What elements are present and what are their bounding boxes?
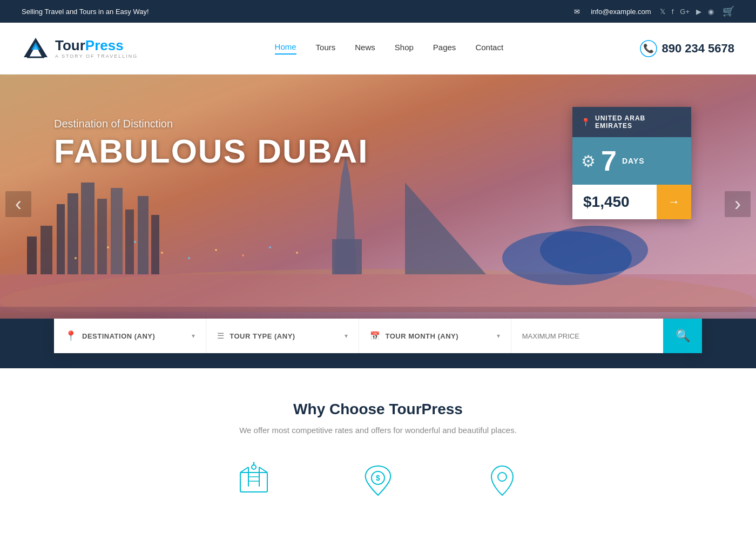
price-amount: $1,450	[572, 185, 657, 219]
nav-contact[interactable]: Contact	[475, 43, 503, 54]
tour-info-card: 📍 UNITED ARAB EMIRATES ⚙ 7 DAYS $1,450 →	[572, 107, 691, 219]
svg-text:$: $	[376, 474, 380, 482]
top-bar: Selling Travel and Tours in an Easy Way!…	[0, 0, 756, 23]
tour-days: ⚙ 7 DAYS	[572, 137, 691, 185]
facebook-icon[interactable]: f	[672, 8, 674, 16]
money-icon: $	[359, 462, 397, 500]
gear-icon: ⚙	[581, 152, 596, 171]
email-address[interactable]: info@example.com	[591, 8, 651, 16]
hero-section: Destination of Distinction FABULOUS DUBA…	[0, 75, 756, 334]
svg-point-27	[215, 249, 217, 251]
email-icon: ✉	[574, 8, 580, 16]
svg-rect-14	[125, 210, 134, 274]
map-icon-circle	[235, 462, 273, 500]
logo-text: TourPress A STORY OF TRAVELLING	[55, 38, 138, 59]
why-icons-row: $	[22, 462, 734, 500]
phone-area: 📞 890 234 5678	[640, 40, 734, 57]
logo-svg	[22, 35, 50, 63]
slider-next-button[interactable]: ›	[725, 191, 751, 217]
phone-number[interactable]: 890 234 5678	[662, 42, 734, 56]
why-icon-money: $	[359, 462, 397, 500]
tour-type-label: TOUR TYPE (ANY)	[230, 332, 295, 340]
tour-price: $1,450 →	[572, 185, 691, 219]
hero-subtitle: Destination of Distinction	[54, 118, 369, 130]
header: TourPress A STORY OF TRAVELLING Home Tou…	[0, 23, 756, 75]
money-icon-circle: $	[359, 462, 397, 500]
why-title: Why Choose TourPress	[22, 401, 734, 418]
why-subtitle: We offer most competitive rates and offe…	[22, 426, 734, 435]
tour-location: 📍 UNITED ARAB EMIRATES	[572, 107, 691, 137]
svg-line-32	[240, 467, 248, 473]
max-price-input[interactable]	[511, 319, 663, 353]
tour-month-field[interactable]: 📅 TOUR MONTH (ANY) ▾	[359, 319, 511, 353]
svg-rect-9	[57, 204, 65, 274]
promo-text: Selling Travel and Tours in an Easy Way!	[22, 8, 149, 16]
location-icon-circle	[483, 462, 521, 500]
svg-rect-11	[81, 183, 94, 274]
svg-marker-19	[405, 183, 486, 274]
destination-icon: 📍	[65, 330, 77, 342]
svg-line-33	[259, 467, 267, 473]
destination-field[interactable]: 📍 DESTINATION (ANY) ▾	[54, 319, 206, 353]
location-pin-icon: 📍	[581, 118, 591, 126]
cart-icon[interactable]: 🛒	[723, 5, 734, 17]
map-icon	[235, 462, 273, 500]
svg-point-25	[161, 252, 163, 254]
search-icon: 🔍	[676, 329, 690, 343]
why-icon-map	[235, 462, 273, 500]
why-icon-location	[483, 462, 521, 500]
nav-shop[interactable]: Shop	[395, 43, 414, 54]
svg-point-38	[252, 465, 256, 469]
tour-type-arrow-icon: ▾	[345, 332, 348, 340]
instagram-icon[interactable]: ◉	[708, 8, 714, 16]
logo[interactable]: TourPress A STORY OF TRAVELLING	[22, 35, 138, 63]
logo-name: TourPress	[55, 38, 138, 52]
svg-rect-12	[97, 199, 107, 274]
svg-rect-16	[151, 215, 159, 274]
svg-point-22	[75, 257, 77, 259]
why-section: Why Choose TourPress We offer most compe…	[0, 368, 756, 521]
top-bar-right: ✉ info@example.com 𝕏 f G+ ▶ ◉ 🛒	[574, 5, 734, 17]
svg-point-29	[269, 246, 271, 248]
svg-rect-7	[27, 237, 37, 274]
svg-point-26	[188, 257, 190, 259]
svg-point-43	[498, 473, 507, 481]
nav-pages[interactable]: Pages	[433, 43, 456, 54]
search-button[interactable]: 🔍	[663, 319, 702, 353]
svg-rect-10	[68, 193, 78, 274]
tour-month-arrow-icon: ▾	[497, 332, 500, 340]
youtube-icon[interactable]: ▶	[696, 8, 701, 16]
nav-tours[interactable]: Tours	[316, 43, 336, 54]
svg-rect-8	[40, 226, 52, 274]
svg-point-40	[253, 462, 255, 464]
tour-month-label: TOUR MONTH (ANY)	[386, 332, 459, 340]
slider-prev-button[interactable]: ‹	[5, 191, 31, 217]
location-icon	[483, 462, 521, 500]
svg-point-28	[242, 254, 244, 256]
svg-rect-31	[240, 473, 267, 492]
svg-point-30	[296, 252, 298, 254]
twitter-icon[interactable]: 𝕏	[660, 8, 665, 16]
svg-rect-15	[138, 196, 148, 274]
phone-icon: 📞	[640, 40, 657, 57]
tour-type-icon: ☰	[217, 331, 224, 341]
svg-rect-13	[111, 188, 123, 274]
search-bar: 📍 DESTINATION (ANY) ▾ ☰ TOUR TYPE (ANY) …	[54, 319, 702, 353]
svg-point-23	[107, 246, 109, 248]
google-plus-icon[interactable]: G+	[680, 8, 690, 16]
nav-news[interactable]: News	[355, 43, 375, 54]
nav-home[interactable]: Home	[275, 42, 296, 55]
search-wrapper: 📍 DESTINATION (ANY) ▾ ☰ TOUR TYPE (ANY) …	[0, 319, 756, 368]
logo-tagline: A STORY OF TRAVELLING	[55, 53, 138, 59]
logo-name-part2: Press	[85, 37, 124, 53]
main-nav: Home Tours News Shop Pages Contact	[275, 42, 504, 55]
book-now-button[interactable]: →	[657, 185, 691, 219]
svg-point-24	[134, 241, 136, 243]
svg-rect-18	[332, 239, 362, 274]
svg-text:📞: 📞	[643, 43, 654, 53]
destination-arrow-icon: ▾	[192, 332, 195, 340]
logo-name-part1: Tour	[55, 37, 85, 53]
svg-point-21	[540, 226, 648, 274]
tour-type-field[interactable]: ☰ TOUR TYPE (ANY) ▾	[206, 319, 359, 353]
calendar-icon: 📅	[370, 331, 380, 341]
